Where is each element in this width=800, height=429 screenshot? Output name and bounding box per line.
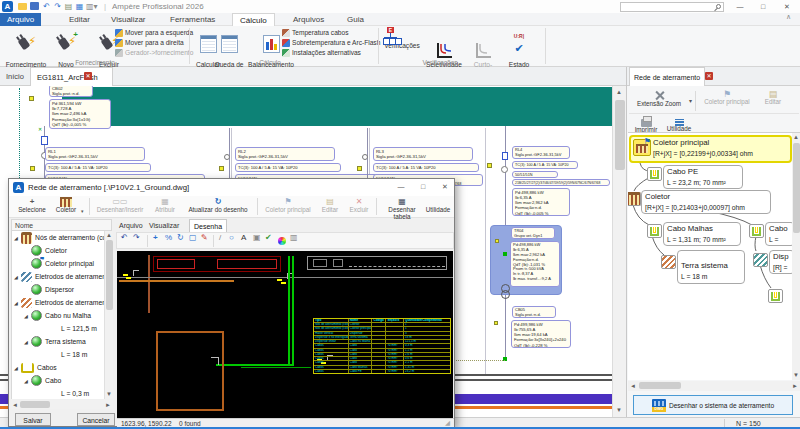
- scroll-thumb[interactable]: [20, 401, 50, 408]
- tree-expander-icon[interactable]: ◢: [14, 274, 21, 280]
- tree-row[interactable]: Coletor: [12, 244, 104, 257]
- tree-expander-icon[interactable]: ◢: [14, 365, 21, 371]
- instalacoes-alternativas-button[interactable]: Instalações alternativas: [282, 49, 361, 57]
- pencil-icon[interactable]: ✎: [201, 233, 208, 243]
- tree-row[interactable]: ◢ Terra sistema: [12, 335, 104, 348]
- scroll-down-icon[interactable]: ▼: [106, 390, 112, 398]
- dialog-maximize-button[interactable]: □: [415, 181, 431, 192]
- doc-tab-inicio[interactable]: Início: [6, 67, 24, 86]
- dialog-utilidade-button[interactable]: Utilidade: [424, 197, 452, 214]
- cad-tab-visualizar[interactable]: Visualizar: [149, 219, 179, 232]
- dialog-tree-vscrollbar[interactable]: ▲ ▼: [104, 231, 113, 399]
- tree-expander-icon[interactable]: ◢: [14, 235, 21, 241]
- tree-item-label[interactable]: Terra sistema: [45, 338, 86, 345]
- panel-tab-close-icon[interactable]: ✕: [705, 72, 713, 80]
- scroll-up-icon[interactable]: ▲: [793, 133, 799, 141]
- tree-expander-icon[interactable]: ◢: [24, 339, 31, 345]
- tab-arquivos[interactable]: Arquivos: [286, 13, 331, 26]
- dialog-tree[interactable]: ◢ Nós de aterramento (cole... Coletor Co…: [11, 231, 104, 399]
- tree-item-label[interactable]: Eletrodos de aterramento...: [35, 273, 104, 280]
- salvar-button[interactable]: Salvar: [15, 413, 51, 426]
- rl1-label[interactable]: RL1 Sigla prot.:GF2-36-31,5kV: [45, 147, 145, 161]
- rl3-tc-label[interactable]: TC(3): 100 A / 5 A: 15 VA: 10P20: [373, 163, 479, 172]
- scroll-right-icon[interactable]: ►: [105, 401, 111, 409]
- dialog-excluir-button[interactable]: ✕ Excluir: [345, 197, 373, 214]
- copy-icon[interactable]: ▥: [290, 233, 298, 243]
- node-cabo-pe[interactable]: Cabo PEL = 23,2 m; 70 mm²: [663, 165, 743, 189]
- node-coletor[interactable]: Coletor[R+jX] = [0,21403+j0,00097] ohm: [641, 190, 771, 214]
- tree-expander-icon[interactable]: ◢: [24, 313, 31, 319]
- node-cabo-malhas[interactable]: Cabo MalhasL = 1,31 m; 70 mm²: [663, 222, 741, 246]
- fornecimento-button[interactable]: ⚡ Fornecimento: [4, 27, 48, 68]
- open-icon[interactable]: [18, 3, 27, 10]
- panel-vscrollbar[interactable]: ▲ ▼: [792, 133, 800, 380]
- tree-expander-icon[interactable]: ◢: [14, 300, 21, 306]
- rl4-relay-long-label[interactable]: 21B/25/27/27(2)/37/46/47/59/59(2)/59N/67…: [512, 179, 610, 186]
- panel-hscrollbar[interactable]: ◄ ►: [628, 381, 800, 391]
- cb02-label[interactable]: CB02 Sigla prot.:n.d.: [49, 86, 93, 97]
- sobretemperatura-arcflash-button[interactable]: Sobretemperatura e Arc-Flash: [282, 39, 380, 47]
- maximize-button[interactable]: □: [755, 1, 771, 12]
- tr04-info[interactable]: Pd:498,886 kW Ib:6,35 A Ikm max:2,962 kA…: [510, 241, 560, 287]
- tr04-label[interactable]: TR04 Grupo vet.:Dyn1: [511, 227, 555, 239]
- check-icon[interactable]: ✔: [265, 233, 272, 243]
- redo-icon[interactable]: ↷: [53, 2, 62, 11]
- tree-row[interactable]: Dispersor: [12, 283, 104, 296]
- ribbon-collapse-icon[interactable]: ∧: [786, 13, 791, 21]
- dialog-editar-button[interactable]: ▤ Editar: [317, 197, 343, 214]
- tree-item-label[interactable]: Cabo: [45, 377, 61, 384]
- tree-row[interactable]: ◢ Cabo: [12, 374, 104, 387]
- extensao-zoom-button[interactable]: Extensão Zoom: [631, 90, 687, 108]
- dialog-minimize-button[interactable]: —: [393, 181, 409, 192]
- verificacoes-button[interactable]: E Verificações: [381, 27, 423, 49]
- main-vscrollbar[interactable]: ▲ ▼: [612, 86, 626, 417]
- diagram-marker[interactable]: [494, 321, 498, 325]
- text-icon[interactable]: A: [241, 233, 246, 243]
- doc-tab-close-icon[interactable]: ✕: [84, 72, 92, 80]
- coletor-button[interactable]: Coletor: [51, 197, 81, 214]
- doc-tab-eg1811[interactable]: EG1811_ArcFlash: [30, 67, 113, 86]
- diagram-marker[interactable]: [357, 166, 362, 171]
- rectangle-icon[interactable]: ▢: [189, 233, 197, 243]
- scroll-left-icon[interactable]: ◄: [630, 382, 636, 390]
- grounding-tree-canvas[interactable]: Coletor principal[R+jX] = [0,22199+j0,00…: [628, 132, 800, 380]
- node-terra-sistema[interactable]: Terra sistemaL = 18 m [R] = [0,2143] ohm: [677, 250, 745, 284]
- export-icon[interactable]: ▥▾: [86, 2, 95, 11]
- rl2-label[interactable]: RL2 Sigla prot.:GF2-36-31,5kV: [235, 147, 335, 161]
- tab-calculo[interactable]: Cálculo: [232, 13, 275, 26]
- scroll-down-icon[interactable]: ▼: [616, 406, 622, 414]
- dialog-coletor-principal-button[interactable]: ⚑ Coletor principal: [261, 197, 315, 214]
- panel-coletor-principal-button[interactable]: ⚑ Coletor principal: [699, 90, 755, 106]
- cb05-label[interactable]: CB05 Sigla prot.:n.d.: [512, 306, 556, 318]
- node-coletor-principal[interactable]: Coletor principal[R+jX] = [0,22199+j0,00…: [629, 135, 792, 163]
- diagram-marker[interactable]: [487, 163, 492, 168]
- temperatura-cabos-button[interactable]: Temperatura cabos: [282, 29, 348, 37]
- tree-item-label[interactable]: Cabos: [37, 364, 57, 371]
- rl4-relay-label[interactable]: 50/51/51N: [512, 171, 558, 178]
- scroll-left-icon[interactable]: ◄: [12, 401, 18, 409]
- scroll-thumb[interactable]: [615, 100, 625, 170]
- mover-esquerda-button[interactable]: Mover para a esquerda: [115, 29, 193, 37]
- gerador-fornecimento-button[interactable]: Gerador->fornecimento: [115, 49, 193, 57]
- cancelar-button[interactable]: Cancelar: [77, 413, 115, 426]
- tab-arquivo[interactable]: Arquivo: [0, 13, 41, 26]
- zoom-window-icon[interactable]: %: [165, 233, 172, 243]
- color-wheel-icon[interactable]: [278, 237, 286, 245]
- diagram-marker[interactable]: [219, 166, 224, 171]
- scroll-thumb[interactable]: [106, 240, 113, 310]
- rl3-label[interactable]: RL3 Sigla prot.:GF2-36-31,5kV: [373, 147, 473, 161]
- selecione-button[interactable]: + Selecione: [15, 197, 49, 214]
- pan-icon[interactable]: +: [153, 233, 158, 243]
- save-icon[interactable]: [30, 2, 39, 10]
- tree-item-label[interactable]: L = 121,5 m: [61, 325, 97, 332]
- rl1-tc-label[interactable]: TC(3): 100 A / 5 A: 15 VA: 10P20: [45, 163, 151, 172]
- search-input[interactable]: [620, 2, 724, 12]
- cb02-info[interactable]: Pd:361,594 kW Ib:7,728 A Ikm max:2,496 k…: [49, 99, 111, 129]
- atribuir-button[interactable]: ▦ Atribuir: [149, 197, 181, 214]
- tree-row[interactable]: ◢ Cabos: [12, 361, 104, 374]
- tree-item-label[interactable]: Cabo nu Malha: [45, 312, 91, 319]
- scroll-up-icon[interactable]: ▲: [616, 88, 622, 96]
- scroll-up-icon[interactable]: ▲: [106, 231, 112, 239]
- rl4-label[interactable]: RL4 Sigla prot.:GF2-36-31,5kV: [512, 146, 570, 159]
- cad-canvas[interactable]: Tipo Nome Código Seção/S Quantidade/Comp…: [117, 251, 453, 418]
